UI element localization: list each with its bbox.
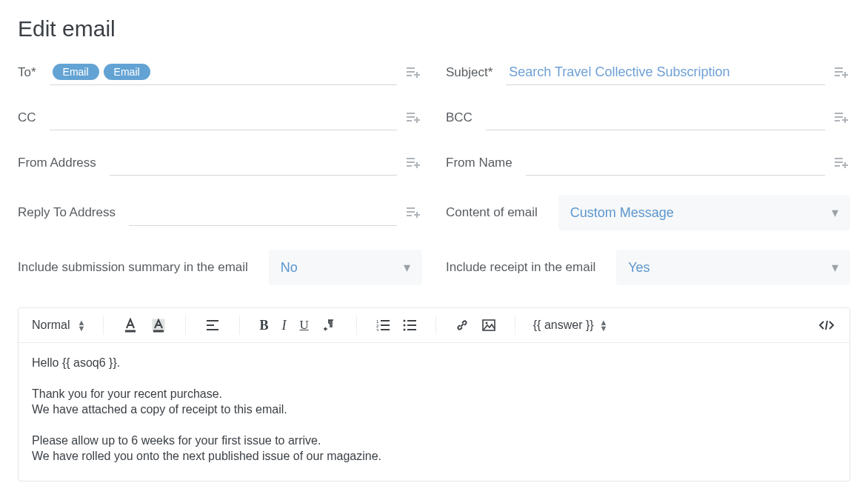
to-text[interactable] bbox=[155, 64, 395, 80]
toolbar-separator bbox=[185, 316, 186, 335]
content-of-email-row: Content of email Custom Message ▾ bbox=[446, 195, 850, 230]
sort-icon: ▲▼ bbox=[600, 319, 608, 331]
reply-to-label: Reply To Address bbox=[18, 205, 116, 220]
content-of-email-label: Content of email bbox=[446, 205, 538, 220]
include-summary-label: Include submission summary in the email bbox=[18, 260, 248, 275]
include-summary-select[interactable]: No ▾ bbox=[269, 250, 422, 285]
link-button[interactable] bbox=[454, 317, 470, 333]
code-icon bbox=[818, 319, 835, 331]
include-summary-value: No bbox=[281, 260, 298, 276]
cc-insert-variable-button[interactable] bbox=[404, 112, 422, 124]
from-name-insert-variable-button[interactable] bbox=[832, 157, 850, 169]
bcc-insert-variable-button[interactable] bbox=[832, 112, 850, 124]
toolbar-separator bbox=[515, 316, 515, 335]
include-receipt-row: Include receipt in the email Yes ▾ bbox=[446, 250, 850, 285]
to-insert-variable-button[interactable] bbox=[404, 67, 422, 79]
toolbar-separator bbox=[103, 316, 104, 335]
italic-button[interactable]: I bbox=[280, 316, 287, 335]
bold-button[interactable]: B bbox=[258, 316, 270, 335]
from-name-input[interactable] bbox=[526, 150, 825, 176]
to-chip[interactable]: Email bbox=[53, 64, 99, 80]
bcc-input[interactable] bbox=[486, 104, 825, 130]
from-name-row: From Name bbox=[446, 150, 850, 176]
reply-to-insert-variable-button[interactable] bbox=[404, 207, 422, 219]
page-title: Edit email bbox=[18, 16, 850, 41]
sort-icon: ▲▼ bbox=[78, 319, 86, 331]
ordered-list-icon: 123 bbox=[376, 319, 390, 331]
include-receipt-value: Yes bbox=[628, 260, 650, 276]
image-button[interactable] bbox=[481, 318, 497, 333]
underline-button[interactable]: U bbox=[298, 316, 310, 334]
from-name-text[interactable] bbox=[529, 154, 824, 170]
cc-input[interactable] bbox=[50, 104, 397, 130]
from-address-text[interactable] bbox=[113, 154, 395, 170]
ordered-list-button[interactable]: 123 bbox=[375, 318, 391, 333]
toolbar-separator bbox=[239, 316, 240, 335]
list-add-icon bbox=[834, 67, 849, 79]
content-of-email-select[interactable]: Custom Message ▾ bbox=[558, 195, 850, 230]
svg-text:3: 3 bbox=[376, 328, 379, 331]
list-add-icon bbox=[406, 207, 421, 219]
highlight-button[interactable] bbox=[150, 316, 167, 334]
cc-row: CC bbox=[18, 104, 422, 130]
chevron-down-icon: ▾ bbox=[832, 204, 838, 221]
subject-value: Search Travel Collective Subscription bbox=[509, 64, 824, 80]
svg-point-49 bbox=[403, 320, 405, 322]
editor-line: We have attached a copy of receipt to th… bbox=[32, 402, 836, 418]
svg-point-50 bbox=[403, 324, 405, 327]
chevron-down-icon: ▾ bbox=[832, 259, 838, 276]
editor-line: Hello {{ asoq6 }}. bbox=[32, 355, 836, 371]
editor-line: Please allow up to 6 weeks for your firs… bbox=[32, 433, 836, 449]
reply-to-text[interactable] bbox=[132, 204, 395, 221]
answer-dropdown[interactable]: {{ answer }} ▲▼ bbox=[533, 319, 608, 332]
unordered-list-button[interactable] bbox=[401, 318, 418, 333]
to-input[interactable]: Email Email bbox=[50, 59, 397, 85]
subject-input[interactable]: Search Travel Collective Subscription bbox=[506, 59, 825, 85]
editor-line: We have rolled you onto the next publish… bbox=[32, 448, 836, 464]
image-icon bbox=[482, 319, 495, 331]
reply-to-row: Reply To Address bbox=[18, 195, 422, 230]
list-add-icon bbox=[834, 112, 849, 124]
align-button[interactable] bbox=[204, 318, 221, 333]
subject-insert-variable-button[interactable] bbox=[832, 67, 850, 79]
direction-button[interactable] bbox=[321, 317, 338, 333]
bcc-row: BCC bbox=[446, 104, 850, 130]
to-chip[interactable]: Email bbox=[104, 64, 150, 80]
bcc-text[interactable] bbox=[489, 109, 824, 125]
subject-label: Subject* bbox=[446, 65, 493, 80]
chevron-down-icon: ▾ bbox=[404, 259, 410, 276]
email-editor: Normal ▲▼ B I U 123 bbox=[18, 307, 850, 482]
toolbar-separator bbox=[435, 316, 436, 335]
svg-point-51 bbox=[403, 329, 405, 331]
from-address-insert-variable-button[interactable] bbox=[404, 157, 422, 169]
answer-value: {{ answer }} bbox=[533, 319, 594, 332]
cc-label: CC bbox=[18, 110, 36, 125]
include-receipt-label: Include receipt in the email bbox=[446, 260, 595, 275]
from-address-input[interactable] bbox=[110, 150, 397, 176]
to-label: To* bbox=[18, 65, 36, 80]
content-of-email-value: Custom Message bbox=[570, 205, 674, 221]
toolbar-separator bbox=[356, 316, 357, 335]
align-icon bbox=[205, 319, 220, 331]
editor-toolbar: Normal ▲▼ B I U 123 bbox=[19, 308, 849, 343]
highlight-icon bbox=[151, 318, 166, 333]
include-receipt-select[interactable]: Yes ▾ bbox=[616, 250, 850, 285]
pilcrow-icon bbox=[322, 319, 337, 332]
heading-value: Normal bbox=[32, 319, 70, 332]
editor-line: Thank you for your recent purchase. bbox=[32, 386, 836, 402]
list-add-icon bbox=[406, 67, 421, 79]
from-address-label: From Address bbox=[18, 156, 96, 170]
include-summary-row: Include submission summary in the email … bbox=[18, 250, 422, 285]
cc-text[interactable] bbox=[53, 109, 395, 125]
font-color-button[interactable] bbox=[121, 316, 139, 334]
subject-row: Subject* Search Travel Collective Subscr… bbox=[446, 59, 850, 85]
font-color-icon bbox=[123, 318, 138, 333]
svg-point-56 bbox=[485, 322, 487, 324]
code-view-button[interactable] bbox=[817, 318, 836, 333]
editor-body[interactable]: Hello {{ asoq6 }}.Thank you for your rec… bbox=[19, 343, 849, 481]
unordered-list-icon bbox=[403, 319, 416, 331]
reply-to-input[interactable] bbox=[129, 200, 397, 226]
heading-dropdown[interactable]: Normal ▲▼ bbox=[32, 319, 85, 332]
bcc-label: BCC bbox=[446, 110, 473, 125]
list-add-icon bbox=[834, 157, 849, 169]
